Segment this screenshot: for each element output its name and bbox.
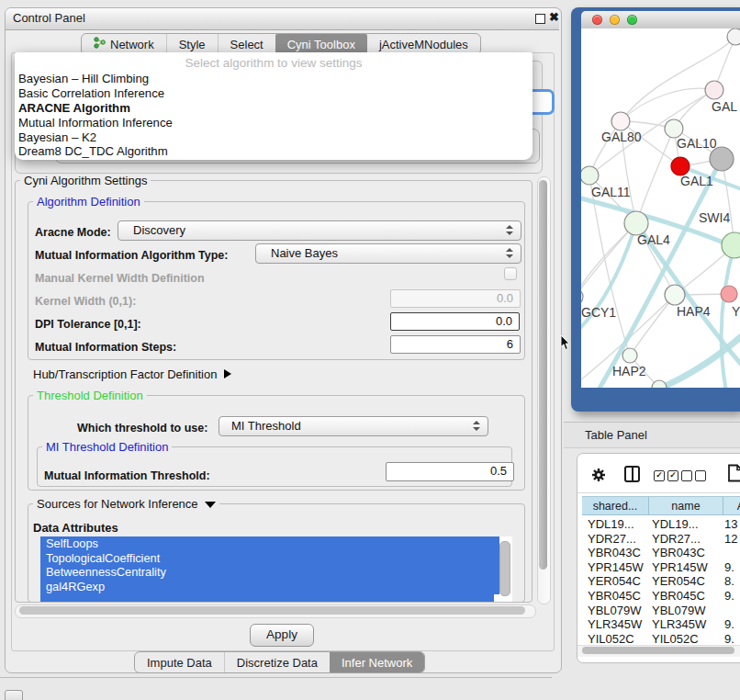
attribute-list-item[interactable]: gal4RGexp <box>40 580 499 594</box>
table-horizontal-scrollbar-thumb[interactable] <box>582 647 734 654</box>
control-panel-titlebar[interactable] <box>6 8 559 30</box>
table-row[interactable]: YDR27...YDR27...12 <box>582 532 740 547</box>
network-canvas[interactable]: GALGAL80GAL10GAL1GAL11GAL4SWI4GCY1HAP4YH… <box>581 28 740 388</box>
network-node-label: GCY1 <box>581 305 616 320</box>
table-row[interactable]: YDL19...YDL19...13 <box>582 517 740 532</box>
apply-button[interactable]: Apply <box>250 624 314 647</box>
float-window-icon[interactable] <box>535 14 545 24</box>
table-panel-title: Table Panel <box>585 428 647 442</box>
network-window-titlebar[interactable] <box>581 11 740 29</box>
algorithm-definition-title: Algorithm Definition <box>33 195 144 209</box>
algorithm-option[interactable]: Mutual Information Inference <box>17 116 529 130</box>
network-node-label: HAP4 <box>677 304 711 319</box>
algorithm-option[interactable]: Dream8 DC_TDC Algorithm <box>17 144 529 159</box>
network-node[interactable] <box>652 380 667 388</box>
tab-impute-data[interactable]: Impute Data <box>135 652 224 672</box>
network-node-hap4[interactable] <box>665 285 685 305</box>
table-row[interactable]: YBR043CYBR043C <box>582 546 740 560</box>
toolbar-divider <box>577 492 740 493</box>
attribute-list-item[interactable]: TopologicalCoefficient <box>40 551 499 566</box>
tab-discretize-data[interactable]: Discretize Data <box>224 652 330 672</box>
algorithm-dropdown-list: Bayesian – Hill ClimbingBasic Correlatio… <box>17 72 529 159</box>
table-cell: 9. <box>724 632 734 646</box>
kernel-width-label: Kernel Width (0,1): <box>35 295 136 308</box>
mi-algorithm-type-select[interactable]: Naive Bayes <box>255 243 521 264</box>
data-attributes-list[interactable]: SelfLoopsTopologicalCoefficientBetweenne… <box>40 536 512 602</box>
tab-select[interactable]: Select <box>218 34 275 54</box>
network-node-gal10[interactable] <box>665 119 683 138</box>
table-cell: YLR345W <box>652 617 706 631</box>
mi-algorithm-type-label: Mutual Information Algorithm Type: <box>35 249 228 262</box>
settings-vertical-scrollbar-thumb[interactable] <box>539 180 547 570</box>
attribute-list-item[interactable]: BetweennessCentrality <box>40 565 499 580</box>
close-icon[interactable]: ✖ <box>549 10 559 24</box>
table-cell: YBL079W <box>588 604 642 617</box>
tab-jactivemnodules[interactable]: jActiveMNodules <box>367 34 480 54</box>
close-traffic-light-icon[interactable] <box>592 15 602 25</box>
table-cell: YBR043C <box>588 546 641 559</box>
document-icon[interactable] <box>727 464 740 486</box>
network-node-label: Y <box>732 304 740 319</box>
columns-icon[interactable] <box>624 466 640 482</box>
table-cell: 12 <box>724 532 737 546</box>
tab-style[interactable]: Style <box>166 34 218 54</box>
select-all-checks-icon[interactable]: ✓✓ <box>654 470 678 481</box>
table-cell: 13 <box>724 517 737 531</box>
algorithm-option[interactable]: Bayesian – K2 <box>17 130 529 145</box>
network-node-gal[interactable] <box>705 81 723 99</box>
network-node-gcy1[interactable] <box>581 288 583 305</box>
attribute-list-item-partial[interactable] <box>40 594 494 602</box>
table-cell: YIL052C <box>652 632 699 646</box>
mi-threshold-input[interactable]: 0.5 <box>386 462 514 481</box>
table-row[interactable]: YLR345WYLR345W9. <box>582 617 740 632</box>
settings-horizontal-scrollbar-thumb[interactable] <box>19 606 525 615</box>
tab-network[interactable]: Network <box>82 34 166 54</box>
algorithm-option[interactable]: Bayesian – Hill Climbing <box>17 72 529 86</box>
kernel-width-input[interactable]: 0.0 <box>390 289 521 308</box>
attributes-scrollbar-thumb[interactable] <box>499 541 510 596</box>
clear-checks-icon[interactable] <box>681 470 706 481</box>
network-node-y[interactable] <box>721 286 737 302</box>
table-cell: YBR045C <box>588 589 641 603</box>
sources-group-title[interactable]: Sources for Network Inference <box>33 497 219 511</box>
network-edge-highlighted[interactable] <box>653 333 740 388</box>
network-graph[interactable]: GALGAL80GAL10GAL1GAL11GAL4SWI4GCY1HAP4YH… <box>581 28 740 388</box>
network-edge[interactable] <box>636 129 674 223</box>
table-row[interactable]: YBR045CYBR045C9. <box>582 589 740 604</box>
attribute-list-item[interactable]: SelfLoops <box>40 536 499 551</box>
network-node-gal80[interactable] <box>611 112 630 130</box>
table-cell: YPR145W <box>588 560 644 574</box>
which-threshold-select[interactable]: MI Threshold <box>219 416 488 436</box>
column-header[interactable]: shared... <box>582 496 649 515</box>
minimize-traffic-light-icon[interactable] <box>610 15 620 25</box>
mi-steps-input[interactable]: 6 <box>390 335 521 354</box>
table-row[interactable]: YER054CYER054C8. <box>582 574 740 589</box>
table-cell: YDL19... <box>652 517 699 531</box>
mi-threshold-label: Mutual Information Threshold: <box>44 469 210 482</box>
table-row[interactable]: YBL079WYBL079W <box>582 604 740 618</box>
zoom-traffic-light-icon[interactable] <box>627 15 637 25</box>
column-header[interactable]: A <box>723 496 740 515</box>
tab-infer-network[interactable]: Infer Network <box>330 652 424 672</box>
aracne-mode-select[interactable]: Discovery <box>118 220 521 241</box>
table-cell: YER054C <box>588 574 641 588</box>
network-node[interactable] <box>727 28 740 45</box>
data-attributes-label: Data Attributes <box>33 521 118 535</box>
dpi-tolerance-input[interactable]: 0.0 <box>390 312 520 331</box>
gear-icon[interactable] <box>591 468 606 486</box>
column-header[interactable]: name <box>649 496 723 515</box>
network-node-hap2[interactable] <box>622 348 637 363</box>
hub-definition-expander[interactable]: Hub/Transcription Factor Definition <box>33 367 231 381</box>
cyni-settings-group-title: Cyni Algorithm Settings <box>20 174 151 187</box>
minimized-panel-button[interactable] <box>5 690 23 700</box>
network-node-gal11[interactable] <box>581 166 599 185</box>
algorithm-option[interactable]: ARACNE Algorithm <box>17 101 529 116</box>
tab-cyni-toolbox[interactable]: Cyni Toolbox <box>275 34 367 54</box>
network-node-label: GAL11 <box>591 185 631 199</box>
table-row[interactable]: YIL052CYIL052C9. <box>582 632 740 647</box>
table-row[interactable]: YPR145WYPR145W9. <box>582 560 740 575</box>
algorithm-dropdown-prompt: Select algorithm to view settings <box>15 56 533 70</box>
network-node-gal1[interactable] <box>671 157 690 175</box>
manual-kernel-width-checkbox[interactable] <box>504 267 517 280</box>
algorithm-option[interactable]: Basic Correlation Inference <box>17 86 529 101</box>
